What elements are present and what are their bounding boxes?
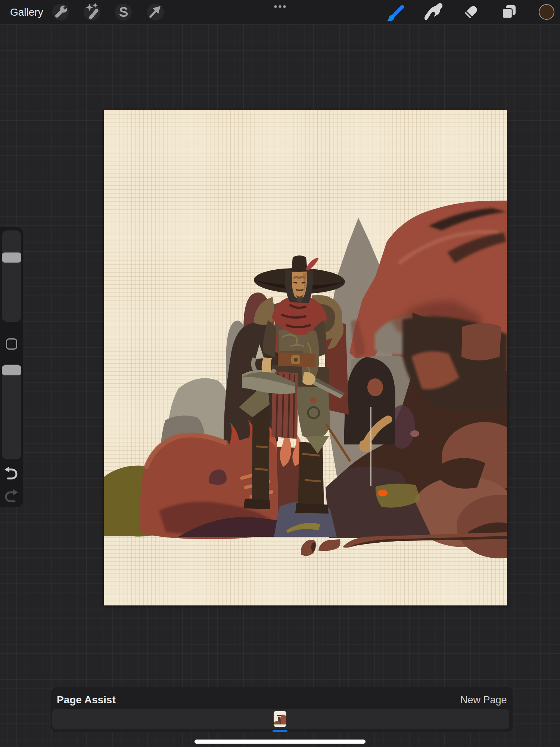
svg-text:S: S <box>119 4 128 20</box>
